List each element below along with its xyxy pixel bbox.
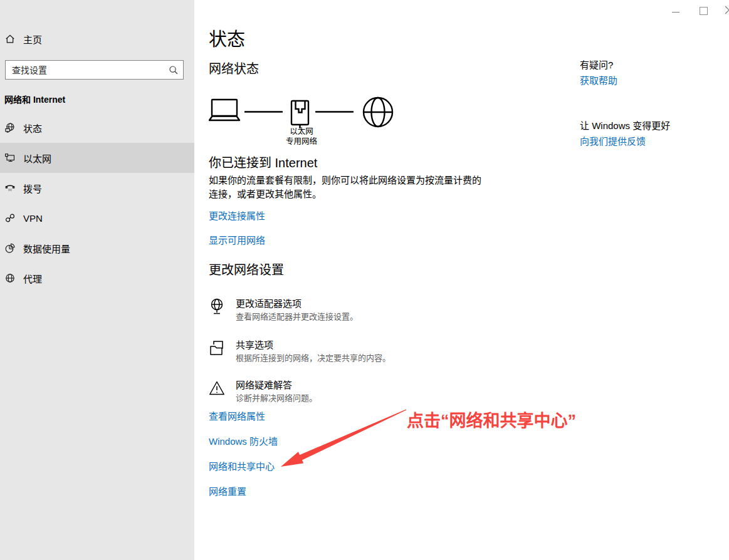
sidebar: 主页 网络和 Internet 状态 以太网 xyxy=(0,0,194,560)
sidebar-item-label: VPN xyxy=(23,213,43,224)
sidebar-item-ethernet[interactable]: 以太网 xyxy=(0,143,194,173)
sharing-options-item[interactable]: 共享选项 根据所连接到的网络，决定要共享的内容。 xyxy=(209,340,391,363)
data-usage-pie-icon xyxy=(5,243,15,253)
sidebar-item-home[interactable]: 主页 xyxy=(0,29,194,49)
search-input[interactable] xyxy=(6,61,183,79)
home-icon xyxy=(5,34,15,44)
windows-firewall-link[interactable]: Windows 防火墙 xyxy=(209,436,278,447)
item-description: 诊断并解决网络问题。 xyxy=(236,393,317,403)
sidebar-item-label: 数据使用量 xyxy=(23,242,70,255)
sidebar-home-label: 主页 xyxy=(23,33,42,46)
sidebar-item-label: 以太网 xyxy=(23,152,51,165)
sidebar-item-label: 状态 xyxy=(23,122,42,135)
minimize-button[interactable] xyxy=(672,12,679,13)
annotation-arrow-icon xyxy=(276,405,411,471)
annotation-text: 点击“网络和共享中心” xyxy=(407,407,576,432)
close-button[interactable] xyxy=(725,6,729,14)
globe-icon xyxy=(364,98,392,127)
sidebar-item-proxy[interactable]: 代理 xyxy=(0,263,194,293)
search-icon xyxy=(169,65,179,75)
sidebar-item-status[interactable]: 状态 xyxy=(0,113,194,143)
network-sharing-center-link[interactable]: 网络和共享中心 xyxy=(209,461,275,472)
item-title: 更改适配器选项 xyxy=(236,298,358,309)
sidebar-item-label: 代理 xyxy=(23,272,42,285)
sidebar-section-header: 网络和 Internet xyxy=(4,93,65,105)
change-connection-properties-link[interactable]: 更改连接属性 xyxy=(209,210,265,221)
network-status-icon xyxy=(5,123,15,133)
item-title: 共享选项 xyxy=(236,340,391,350)
sidebar-item-label: 拨号 xyxy=(23,182,42,195)
item-description: 查看网络适配器并更改连接设置。 xyxy=(236,312,358,321)
maximize-button[interactable] xyxy=(700,7,708,15)
warning-triangle-icon xyxy=(209,380,225,397)
laptop-icon xyxy=(209,100,239,120)
proxy-globe-icon xyxy=(5,273,15,283)
settings-window: { "window": { "title": "设置" }, "sidebar"… xyxy=(0,0,729,560)
sharing-folders-icon xyxy=(209,340,225,357)
page-title: 状态 xyxy=(209,28,245,51)
network-status-heading: 网络状态 xyxy=(209,60,259,78)
ethernet-plug-icon xyxy=(291,101,308,128)
change-adapter-options-item[interactable]: 更改适配器选项 查看网络适配器并更改连接设置。 xyxy=(209,298,358,321)
search-box[interactable] xyxy=(5,60,184,80)
change-network-settings-heading: 更改网络设置 xyxy=(209,261,284,279)
questions-heading: 有疑问? xyxy=(580,58,613,71)
dialup-phone-icon xyxy=(5,183,15,193)
connected-heading: 你已连接到 Internet xyxy=(209,154,317,172)
vpn-icon xyxy=(5,213,15,223)
ethernet-icon xyxy=(5,153,15,163)
view-network-properties-link[interactable]: 查看网络属性 xyxy=(209,411,265,422)
item-title: 网络疑难解答 xyxy=(236,380,317,390)
show-available-networks-link[interactable]: 显示可用网络 xyxy=(209,235,265,246)
connected-description: 如果你的流量套餐有限制，则你可以将此网络设置为按流量计费的连接，或者更改其他属性… xyxy=(209,174,482,200)
diagram-network-type: 专用网络 xyxy=(254,137,349,147)
sidebar-item-dialup[interactable]: 拨号 xyxy=(0,173,194,203)
get-help-link[interactable]: 获取帮助 xyxy=(580,75,617,86)
diagram-network-name: 以太网 xyxy=(254,127,349,137)
adapter-globe-icon xyxy=(209,298,225,316)
network-reset-link[interactable]: 网络重置 xyxy=(209,486,246,497)
sidebar-item-vpn[interactable]: VPN xyxy=(0,203,194,233)
item-description: 根据所连接到的网络，决定要共享的内容。 xyxy=(236,353,391,363)
improve-windows-heading: 让 Windows 变得更好 xyxy=(580,118,670,132)
network-troubleshooter-item[interactable]: 网络疑难解答 诊断并解决网络问题。 xyxy=(209,380,317,403)
sidebar-item-data-usage[interactable]: 数据使用量 xyxy=(0,233,194,263)
give-feedback-link[interactable]: 向我们提供反馈 xyxy=(580,136,646,147)
